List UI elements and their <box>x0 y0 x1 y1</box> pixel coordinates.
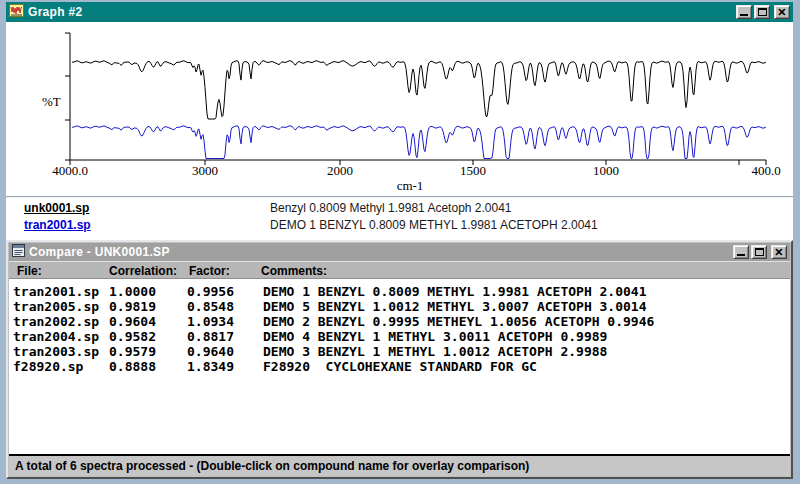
close-button[interactable]: ✕ <box>771 245 787 259</box>
compare-row[interactable]: tran2003.sp0.95790.9640DEMO 3 BENZYL 1 M… <box>9 344 790 359</box>
row-comments: DEMO 3 BENZYL 1 METHYL 1.0012 ACETOPH 2.… <box>263 344 607 359</box>
row-file: f28920.sp <box>13 359 83 374</box>
spectra-plot[interactable]: 4000.03000200015001000400.0 %T cm-1 <box>6 22 793 196</box>
compare-window-title: Compare - UNK0001.SP <box>29 245 727 259</box>
spectrum-chart-icon <box>9 4 24 20</box>
y-axis-ticks <box>65 33 70 160</box>
minimize-icon <box>737 254 745 256</box>
file-legend-panel: unk0001.spBenzyl 0.8009 Methyl 1.9981 Ac… <box>6 196 793 240</box>
compare-window: Compare - UNK0001.SP ✕ File: Correlation… <box>6 240 793 479</box>
graph-window: Graph #2 ✕ 4000.03000200015001000400.0 %… <box>6 2 793 240</box>
file-legend-row: unk0001.spBenzyl 0.8009 Methyl 1.9981 Ac… <box>6 200 793 217</box>
minimize-icon <box>740 14 748 16</box>
row-comments: DEMO 1 BENZYL 0.8009 METHYL 1.9981 ACETO… <box>263 284 647 299</box>
x-tick-label: 2000 <box>327 163 353 178</box>
spectra-traces <box>72 61 766 159</box>
row-factor: 0.9640 <box>187 344 234 359</box>
maximize-button[interactable] <box>751 245 767 259</box>
compare-row[interactable]: tran2005.sp0.98190.8548DEMO 5 BENZYL 1.0… <box>9 299 790 314</box>
row-comments: DEMO 2 BENZYL 0.9995 METHEYL 1.0056 ACET… <box>263 314 654 329</box>
compare-row[interactable]: tran2001.sp1.00000.9956DEMO 1 BENZYL 0.8… <box>9 284 790 299</box>
row-comments: DEMO 4 BENZYL 1 METHYL 3.0011 ACETOPH 0.… <box>263 329 607 344</box>
compare-row[interactable]: tran2002.sp0.96041.0934DEMO 2 BENZYL 0.9… <box>9 314 790 329</box>
file-link[interactable]: unk0001.sp <box>24 201 89 215</box>
file-description: Benzyl 0.8009 Methyl 1.9981 Acetoph 2.00… <box>270 201 512 215</box>
maximize-button[interactable] <box>754 5 770 19</box>
y-axis-label: %T <box>42 94 61 109</box>
maximize-icon <box>758 8 767 16</box>
row-factor: 1.0934 <box>187 314 234 329</box>
row-correlation: 0.9604 <box>109 314 156 329</box>
row-factor: 0.9956 <box>187 284 234 299</box>
column-header-factor: Factor: <box>189 264 230 278</box>
compare-row[interactable]: tran2004.sp0.95820.8817DEMO 4 BENZYL 1 M… <box>9 329 790 344</box>
file-legend-row: tran2001.spDEMO 1 BENZYL 0.8009 METHYL 1… <box>6 217 793 234</box>
close-button[interactable]: ✕ <box>774 5 790 19</box>
row-file: tran2001.sp <box>13 284 99 299</box>
row-correlation: 0.9582 <box>109 329 156 344</box>
compare-document-icon <box>12 244 25 260</box>
minimize-button[interactable] <box>733 245 749 259</box>
row-file: tran2005.sp <box>13 299 99 314</box>
status-bar: A total of 6 spectra processed - (Double… <box>9 454 790 476</box>
x-axis-ticks: 4000.03000200015001000400.0 <box>52 160 781 178</box>
compare-row[interactable]: f28920.sp0.88881.8349F28920 CYCLOHEXANE … <box>9 359 790 374</box>
status-text: A total of 6 spectra processed - (Double… <box>15 459 529 473</box>
compare-table-header: File: Correlation: Factor: Comments: <box>9 261 790 279</box>
spectrum-trace-tran2001.sp <box>72 126 766 159</box>
row-correlation: 0.9579 <box>109 344 156 359</box>
file-link[interactable]: tran2001.sp <box>24 218 91 232</box>
maximize-icon <box>755 248 764 256</box>
graph-window-titlebar[interactable]: Graph #2 ✕ <box>6 2 793 22</box>
row-file: tran2003.sp <box>13 344 99 359</box>
x-axis-label: cm-1 <box>397 178 424 193</box>
graph-window-title: Graph #2 <box>28 5 730 19</box>
x-tick-label: 400.0 <box>751 163 780 178</box>
compare-window-titlebar[interactable]: Compare - UNK0001.SP ✕ <box>9 243 790 261</box>
row-correlation: 0.9819 <box>109 299 156 314</box>
row-comments: DEMO 5 BENZYL 1.0012 METHYL 3.0007 ACETO… <box>263 299 647 314</box>
x-tick-label: 1500 <box>460 163 486 178</box>
x-tick-label: 1000 <box>593 163 619 178</box>
row-factor: 0.8817 <box>187 329 234 344</box>
x-tick-label: 4000.0 <box>52 163 88 178</box>
row-factor: 1.8349 <box>187 359 234 374</box>
close-icon: ✕ <box>777 6 787 18</box>
row-file: tran2002.sp <box>13 314 99 329</box>
close-icon: ✕ <box>774 246 784 258</box>
x-tick-label: 3000 <box>192 163 218 178</box>
column-header-comments: Comments: <box>261 264 327 278</box>
row-comments: F28920 CYCLOHEXANE STANDARD FOR GC <box>263 359 537 374</box>
file-description: DEMO 1 BENZYL 0.8009 METHYL 1.9981 ACETO… <box>270 218 598 232</box>
column-header-file: File: <box>17 264 42 278</box>
column-header-correlation: Correlation: <box>109 264 177 278</box>
row-correlation: 0.8888 <box>109 359 156 374</box>
row-factor: 0.8548 <box>187 299 234 314</box>
spectrum-trace-unk0001.sp <box>72 61 766 119</box>
row-correlation: 1.0000 <box>109 284 156 299</box>
minimize-button[interactable] <box>736 5 752 19</box>
row-file: tran2004.sp <box>13 329 99 344</box>
compare-results-table: tran2001.sp1.00000.9956DEMO 1 BENZYL 0.8… <box>9 279 790 454</box>
